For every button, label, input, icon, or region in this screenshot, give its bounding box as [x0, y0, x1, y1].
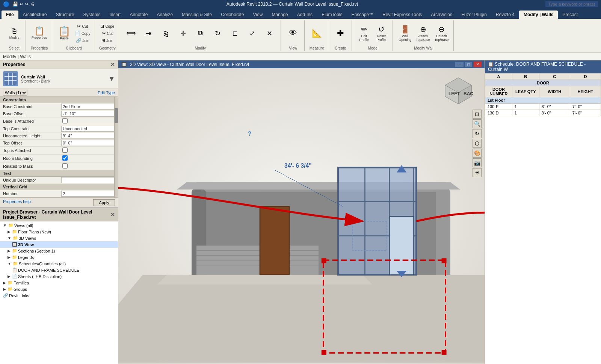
move-button[interactable]: ✛: [175, 28, 191, 39]
print-icon[interactable]: 🖨: [30, 2, 35, 7]
viewport-close-button[interactable]: ✕: [474, 62, 482, 67]
modify-button[interactable]: 🖱 Modify: [6, 26, 23, 41]
sun-button[interactable]: ☀: [473, 168, 482, 177]
rotate-button[interactable]: ↻: [209, 28, 226, 39]
cut-button[interactable]: ✂Cut: [73, 23, 92, 30]
tab-file[interactable]: File: [2, 11, 18, 19]
join-button[interactable]: 🔗Join: [73, 37, 92, 44]
copy-mod-button[interactable]: ⧉: [192, 28, 208, 38]
properties-help-link[interactable]: Properties help: [3, 199, 31, 206]
schedule-row-130d[interactable]: 130 D 1 3'- 0" 7'- 0": [485, 110, 601, 116]
base-offset-value[interactable]: [61, 111, 116, 117]
tab-insert[interactable]: Insert: [105, 11, 125, 19]
tree-item-floor-plans[interactable]: ▶ 📁 Floor Plans (New): [0, 229, 118, 235]
top-attached-checkbox[interactable]: [62, 147, 68, 153]
prop-type-dropdown-button[interactable]: ▼: [108, 75, 115, 83]
detach-top-base-button[interactable]: ⊖DetachTop/Base: [433, 24, 451, 43]
view-cube-button[interactable]: ⬡: [473, 139, 482, 148]
tree-item-3d-view[interactable]: 🔲 3D View: [0, 241, 118, 248]
tree-expand-groups[interactable]: ▶: [3, 287, 6, 291]
edit-type-button[interactable]: Edit Type: [98, 90, 115, 95]
walls-count-selector[interactable]: Walls (1): [3, 90, 27, 96]
tab-modify-walls[interactable]: Modify | Walls: [519, 11, 558, 19]
delete-button[interactable]: ✕: [261, 28, 278, 39]
tab-archvision[interactable]: ArchVision: [426, 11, 457, 19]
tab-fuzor[interactable]: Fuzor Plugin: [457, 11, 491, 19]
viewport-canvas[interactable]: BACK LEFT ⊡ 🔍 ↻ ⬡ 🎨 📷 ☀: [118, 68, 485, 364]
tree-expand-legends[interactable]: ▶: [8, 255, 11, 259]
unconnected-height-value[interactable]: [61, 133, 116, 139]
browser-close-button[interactable]: ✕: [110, 212, 115, 218]
paste-button[interactable]: 📋 Paste: [56, 25, 72, 41]
redo-icon[interactable]: ↪: [25, 2, 29, 7]
number-value[interactable]: [61, 191, 116, 197]
tree-expand-floor-plans[interactable]: ▶: [8, 230, 11, 234]
save-icon[interactable]: 💾: [12, 2, 18, 7]
tree-item-revit-links[interactable]: 🔗 Revit Links: [0, 292, 118, 299]
undo-icon[interactable]: ↩: [20, 2, 23, 7]
properties-button[interactable]: 📋 Properties: [30, 26, 49, 41]
tab-revizto[interactable]: Revizto 4: [491, 11, 519, 19]
tab-structure[interactable]: Structure: [51, 11, 79, 19]
base-constraint-value[interactable]: [61, 104, 116, 110]
camera-button[interactable]: 📷: [473, 158, 482, 167]
copy-button[interactable]: 📄Copy: [73, 30, 92, 37]
reset-profile-button[interactable]: ↺ResetProfile: [373, 24, 390, 43]
create-button[interactable]: ✚: [332, 27, 349, 39]
search-input[interactable]: [545, 1, 598, 7]
tab-architecture[interactable]: Architecture: [18, 11, 51, 19]
tab-massing[interactable]: Massing & Site: [177, 11, 216, 19]
tree-item-sheets[interactable]: ▶ 📄 Sheets (LHB Discipline): [0, 273, 118, 280]
cut-geom-button[interactable]: ✂Cut: [99, 30, 116, 37]
unique-descriptor-value[interactable]: [61, 177, 116, 183]
tree-expand-3d-views[interactable]: ▼: [8, 236, 11, 240]
apply-button[interactable]: Apply: [93, 199, 115, 206]
related-mass-checkbox[interactable]: [62, 163, 68, 168]
zoom-in-button[interactable]: 🔍: [473, 119, 482, 128]
tab-enscape[interactable]: Enscape™: [347, 11, 378, 19]
tab-precast[interactable]: Precast: [558, 11, 582, 19]
tab-revitexpress[interactable]: Revit Express Tools: [378, 11, 426, 19]
tab-collaborate[interactable]: Collaborate: [216, 11, 248, 19]
tab-addins[interactable]: Add-Ins: [293, 11, 317, 19]
spin-button[interactable]: ↻: [473, 129, 482, 138]
tree-item-groups[interactable]: ▶ 📁 Groups: [0, 286, 118, 292]
tree-expand-sections[interactable]: ▶: [8, 249, 11, 253]
viewport-restore-button[interactable]: □: [465, 62, 472, 67]
view-button[interactable]: 👁: [285, 27, 301, 39]
top-constraint-value[interactable]: [61, 126, 116, 132]
tab-manage[interactable]: Manage: [267, 11, 292, 19]
cope-button[interactable]: ⊡Cope: [99, 23, 116, 30]
tab-annotate[interactable]: Annotate: [125, 11, 152, 19]
tree-item-sections[interactable]: ▶ 📁 Sections (Section 1): [0, 248, 118, 254]
zoom-full-button[interactable]: ⊡: [473, 110, 482, 119]
tree-item-legends[interactable]: ▶ 📁 Legends: [0, 254, 118, 260]
schedule-row-130e[interactable]: 130-E 1 3'- 0" 7'- 0": [485, 104, 601, 110]
properties-close-button[interactable]: ✕: [110, 62, 115, 68]
tree-item-families[interactable]: ▶ 📁 Families: [0, 280, 118, 286]
tree-expand-views[interactable]: ▼: [3, 223, 7, 227]
render-button[interactable]: 🎨: [473, 149, 482, 158]
measure-button[interactable]: 📐: [308, 27, 325, 39]
tree-expand-sheets[interactable]: ▶: [8, 274, 11, 278]
offset-button[interactable]: ⇥: [140, 28, 157, 39]
tree-item-door-schedule[interactable]: 📋 DOOR AND FRAME SCHEDULE: [0, 267, 118, 273]
tree-item-schedules[interactable]: ▼ 📁 Schedules/Quantities (all): [0, 260, 118, 267]
viewport-minimize-button[interactable]: —: [455, 62, 464, 67]
edit-profile-button[interactable]: ✏EditProfile: [356, 24, 372, 43]
tree-item-3d-views[interactable]: ▼ 📁 3D Views: [0, 235, 118, 241]
navigation-cube[interactable]: BACK LEFT: [443, 76, 473, 106]
room-bounding-checkbox[interactable]: [62, 155, 68, 161]
join-geom-button[interactable]: ⊞Join: [99, 37, 116, 44]
top-offset-value[interactable]: [61, 140, 116, 146]
scale-button[interactable]: ⤢: [244, 28, 260, 39]
tab-analyze[interactable]: Analyze: [152, 11, 177, 19]
tab-systems[interactable]: Systems: [79, 11, 105, 19]
base-attached-checkbox[interactable]: [62, 118, 68, 123]
tab-elumtools[interactable]: ElumTools: [317, 11, 347, 19]
tree-expand-schedules[interactable]: ▼: [8, 262, 11, 266]
wall-opening-button[interactable]: 🚪WallOpening: [397, 24, 413, 43]
align-button[interactable]: ⟺: [123, 28, 139, 39]
tree-expand-families[interactable]: ▶: [3, 281, 6, 285]
attach-top-base-button[interactable]: ⊕AttachTop/Base: [414, 24, 432, 43]
